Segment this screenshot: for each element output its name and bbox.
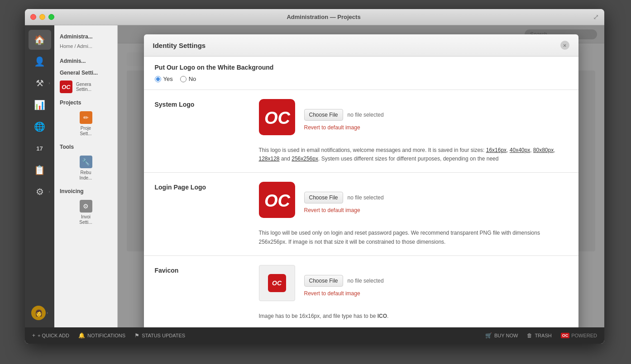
login-logo-with-preview: OC Choose File no file selected (259, 182, 568, 223)
size-16-link[interactable]: 16x16px (486, 147, 507, 153)
favicon-revert-link[interactable]: Revert to default image (304, 290, 384, 297)
notifications-icon: 🔔 (78, 332, 85, 339)
sidebar-section-general: General Setti... (54, 66, 117, 78)
main-window: Administration — Projects ⤢ 🏠 👤 ⚒ › 📊 🌐 … (25, 9, 604, 344)
favicon-file-row: Choose File no file selected (304, 275, 384, 287)
sidebar-icon-tools[interactable]: ⚒ › (29, 73, 51, 93)
rebuild-icon: 🔧 (80, 156, 92, 168)
sidebar-section-tools: Tools (54, 140, 117, 152)
white-bg-section: Put Our Logo on the White Background Yes… (144, 57, 578, 90)
system-logo-image: OC (259, 99, 295, 135)
size-256-link[interactable]: 256x256px (292, 156, 318, 162)
yes-radio-item[interactable]: Yes (155, 76, 173, 82)
sidebar-icon-home[interactable]: 🏠 (29, 30, 51, 50)
size-128-link[interactable]: 128x128 (259, 156, 280, 162)
quick-add-label: + QUICK ADD (38, 333, 69, 338)
content-sidebar: Administra... Home / Admi... Adminis... … (54, 25, 118, 327)
trash-label: TRASH (535, 333, 551, 338)
favicon-section: Favicon OC (144, 256, 578, 327)
favicon-preview-col: OC (259, 265, 295, 307)
no-label: No (189, 76, 196, 82)
quick-add-btn[interactable]: + + QUICK ADD (32, 332, 69, 339)
system-logo-description: This logo is used in email notifications… (259, 146, 568, 163)
trash-icon: 🗑 (527, 332, 532, 339)
quick-add-icon: + (32, 332, 35, 339)
traffic-lights (30, 14, 54, 20)
system-logo-no-file: no file selected (348, 112, 384, 118)
favicon-description: Image has to be 16x16px, and file type h… (259, 312, 568, 321)
login-logo-revert-link[interactable]: Revert to default image (304, 207, 384, 213)
project-settings-icon: ✏ (80, 111, 92, 124)
login-logo-image: OC (259, 182, 295, 218)
window-title: Administration — Projects (54, 14, 593, 20)
sidebar-item-project-settings[interactable]: ✏ ProjeSett... (54, 108, 117, 140)
powered-by: OC POWERED (561, 333, 597, 338)
user-icon: 👤 (34, 56, 45, 67)
calendar-icon: 17 (36, 145, 43, 152)
sidebar-icon-globe[interactable]: 🌐 (29, 117, 51, 137)
breadcrumb: Home / Admi... (54, 42, 117, 51)
maximize-traffic-light[interactable] (48, 14, 54, 20)
system-logo-content: OC Choose File no file selected (259, 99, 568, 163)
favicon-content: OC Choose File no file selected (259, 265, 568, 321)
oc-logo-svg: OC (263, 108, 291, 126)
svg-text:OC: OC (264, 109, 291, 126)
oc-logo-icon: OC (60, 80, 72, 93)
system-logo-section: System Logo OC (144, 90, 578, 173)
notifications-btn[interactable]: 🔔 NOTIFICATIONS (78, 332, 125, 339)
login-logo-content: OC Choose File no file selected (259, 182, 568, 246)
user-avatar-btn[interactable]: 👩 › (29, 303, 51, 323)
sidebar-item-rebuild-index[interactable]: 🔧 RebuInde... (54, 152, 117, 184)
sidebar-section-projects: Projects (54, 96, 117, 108)
sidebar-icon-users[interactable]: 👤 (29, 52, 51, 71)
chevron-right-icon-settings: › (49, 189, 50, 194)
size-40-link[interactable]: 40x40px (510, 147, 530, 153)
modal-overlay: Identity Settings × Put Our Logo on the … (118, 25, 604, 327)
buy-now-btn[interactable]: 🛒 BUY NOW (485, 332, 518, 339)
favicon-image: OC (259, 265, 295, 301)
white-bg-radio-group: Yes No (155, 76, 568, 82)
invoice-icon: ⚙ (80, 200, 92, 213)
sidebar-item-invoicing-settings[interactable]: ⚙ InvoiSetti... (54, 196, 117, 229)
chevron-right-icon: › (49, 81, 50, 85)
sidebar-admin-title: Administra... (54, 30, 117, 42)
buy-now-label: BUY NOW (494, 333, 518, 338)
no-radio-item[interactable]: No (180, 76, 196, 82)
close-traffic-light[interactable] (30, 14, 36, 20)
login-logo-file-row: Choose File no file selected (304, 192, 384, 203)
system-logo-revert-link[interactable]: Revert to default image (304, 124, 384, 131)
yes-radio[interactable] (155, 76, 161, 82)
trash-btn[interactable]: 🗑 TRASH (527, 332, 551, 339)
sidebar-item-oc-logo[interactable]: OC GeneraSettin... (54, 78, 117, 96)
sidebar-icon-calendar[interactable]: 17 (29, 138, 51, 158)
login-logo-preview-col: OC (259, 182, 295, 223)
icon-sidebar: 🏠 👤 ⚒ › 📊 🌐 17 📋 ⚙ › 👩 › (25, 25, 54, 327)
sidebar-icon-finance[interactable]: 📊 (29, 95, 51, 115)
no-radio[interactable] (180, 76, 186, 82)
svg-text:OC: OC (264, 191, 291, 209)
favicon-no-file: no file selected (348, 278, 384, 284)
system-logo-choose-button[interactable]: Choose File (304, 109, 343, 121)
minimize-traffic-light[interactable] (39, 14, 45, 20)
bottom-right: 🛒 BUY NOW 🗑 TRASH OC POWERED (485, 332, 597, 339)
sidebar-icon-settings[interactable]: ⚙ › (29, 182, 51, 202)
globe-icon: 🌐 (34, 121, 45, 132)
favicon-with-preview: OC Choose File no file selected (259, 265, 568, 307)
sidebar-item-invoice-label: InvoiSetti... (79, 214, 92, 225)
login-logo-description: This logo will be used only on login and… (259, 229, 568, 246)
white-bg-label: Put Our Logo on the White Background (155, 64, 568, 71)
sidebar-section-invoicing: Invoicing (54, 184, 117, 196)
expand-icon[interactable]: ⤢ (593, 13, 599, 21)
system-logo-file-col: Choose File no file selected Revert to d… (304, 99, 384, 141)
status-updates-btn[interactable]: ⚑ STATUS UPDATES (134, 332, 185, 339)
login-logo-choose-button[interactable]: Choose File (304, 192, 343, 203)
favicon-choose-button[interactable]: Choose File (304, 275, 343, 287)
status-updates-label: STATUS UPDATES (142, 333, 185, 338)
size-80-link[interactable]: 80x80px (533, 147, 554, 153)
login-logo-label: Login Page Logo (155, 182, 245, 246)
identity-settings-modal: Identity Settings × Put Our Logo on the … (144, 34, 578, 327)
favicon-inner: OC (268, 274, 286, 292)
sidebar-icon-docs[interactable]: 📋 (29, 160, 51, 180)
tools-icon: ⚒ (36, 78, 44, 89)
modal-close-button[interactable]: × (560, 41, 569, 50)
